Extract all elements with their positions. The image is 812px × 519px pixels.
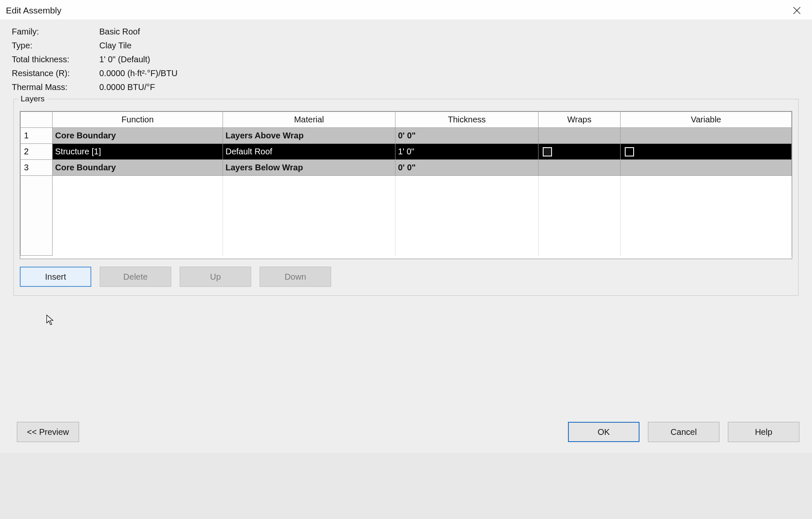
family-value: Basic Roof [99, 27, 800, 37]
assembly-properties: Family: Basic Roof Type: Clay Tile Total… [12, 27, 800, 92]
table-row[interactable]: 3 Core Boundary Layers Below Wrap 0' 0" [21, 160, 792, 176]
delete-button: Delete [100, 267, 171, 287]
dialog-footer: << Preview OK Cancel Help [0, 296, 812, 453]
layers-group: Layers Function Material Thickness Wraps [13, 99, 799, 296]
table-row[interactable]: 2 Structure [1] Default Roof 1' 0" [21, 144, 792, 160]
header-variable[interactable]: Variable [621, 112, 792, 128]
cell-variable[interactable] [621, 144, 792, 160]
cell-thickness[interactable]: 1' 0" [395, 144, 539, 160]
edit-assembly-dialog: Edit Assembly Family: Basic Roof Type: C… [0, 0, 812, 453]
close-icon [793, 7, 801, 14]
total-thickness-label: Total thickness: [12, 55, 96, 64]
cell-material[interactable]: Layers Above Wrap [223, 128, 395, 144]
ok-button[interactable]: OK [568, 422, 640, 442]
preview-button[interactable]: << Preview [17, 422, 79, 442]
wraps-checkbox[interactable] [543, 147, 552, 156]
thermal-mass-value: 0.0000 BTU/°F [99, 82, 800, 92]
dialog-content: Family: Basic Roof Type: Clay Tile Total… [0, 19, 812, 296]
total-thickness-value: 1' 0" (Default) [99, 55, 800, 64]
header-thickness[interactable]: Thickness [395, 112, 539, 128]
down-button: Down [260, 267, 331, 287]
layers-legend: Layers [18, 94, 47, 103]
cell-wraps [539, 128, 621, 144]
resistance-label: Resistance (R): [12, 69, 96, 78]
layer-buttons-row: Insert Delete Up Down [20, 267, 792, 287]
titlebar: Edit Assembly [0, 0, 812, 19]
cell-material[interactable]: Default Roof [223, 144, 395, 160]
resistance-value: 0.0000 (h·ft²·°F)/BTU [99, 69, 800, 78]
layers-grid[interactable]: Function Material Thickness Wraps Variab… [20, 111, 792, 259]
header-blank [21, 112, 53, 128]
cell-material[interactable]: Layers Below Wrap [223, 160, 395, 176]
header-function[interactable]: Function [53, 112, 223, 128]
row-number[interactable]: 2 [21, 144, 53, 160]
cell-thickness[interactable]: 0' 0" [395, 160, 539, 176]
row-number[interactable]: 1 [21, 128, 53, 144]
family-label: Family: [12, 27, 96, 37]
cell-function[interactable]: Core Boundary [53, 160, 223, 176]
table-row[interactable]: 1 Core Boundary Layers Above Wrap 0' 0" [21, 128, 792, 144]
cell-function[interactable]: Core Boundary [53, 128, 223, 144]
thermal-mass-label: Thermal Mass: [12, 82, 96, 92]
window-title: Edit Assembly [6, 5, 61, 16]
cancel-button[interactable]: Cancel [648, 422, 719, 442]
header-material[interactable]: Material [223, 112, 395, 128]
cell-wraps [539, 160, 621, 176]
layers-header-row: Function Material Thickness Wraps Variab… [21, 112, 792, 128]
up-button: Up [180, 267, 251, 287]
type-value: Clay Tile [99, 41, 800, 50]
cell-thickness[interactable]: 0' 0" [395, 128, 539, 144]
table-empty-area [21, 176, 792, 256]
help-button[interactable]: Help [728, 422, 799, 442]
cell-function[interactable]: Structure [1] [53, 144, 223, 160]
close-button[interactable] [788, 4, 805, 17]
row-number[interactable]: 3 [21, 160, 53, 176]
cell-wraps[interactable] [539, 144, 621, 160]
cell-variable [621, 160, 792, 176]
type-label: Type: [12, 41, 96, 50]
header-wraps[interactable]: Wraps [539, 112, 621, 128]
variable-checkbox[interactable] [625, 147, 634, 156]
cell-variable [621, 128, 792, 144]
insert-button[interactable]: Insert [20, 267, 91, 287]
